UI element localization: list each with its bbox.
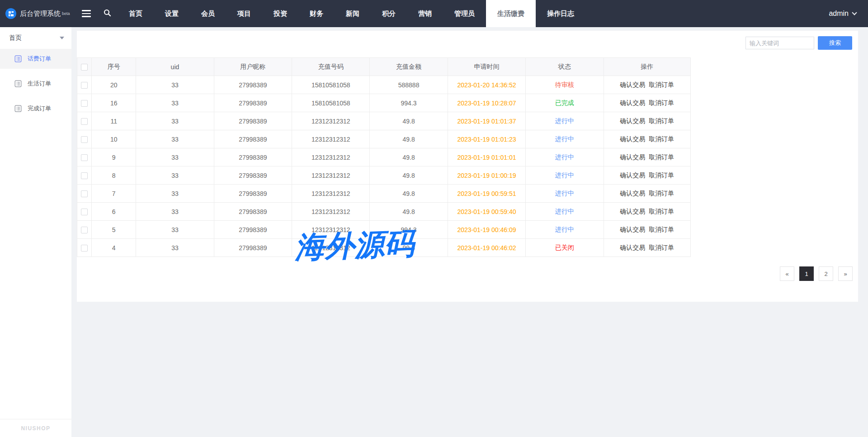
nav-item-1[interactable]: 首页 <box>118 0 154 27</box>
column-header: 状态 <box>526 58 604 76</box>
cell-nickname: 27998389 <box>214 203 292 221</box>
table-row: 1133279983891231231231249.82023-01-19 01… <box>77 112 691 130</box>
cancel-order-link[interactable]: 取消订单 <box>649 117 674 124</box>
brand-beta-tag: beta <box>62 11 70 16</box>
page-prev-button[interactable]: « <box>780 266 794 281</box>
page-button-1[interactable]: 1 <box>799 266 814 281</box>
table-row: 433279983891231231231299.52023-01-19 00:… <box>77 239 691 257</box>
cell-nickname: 27998389 <box>214 221 292 239</box>
cancel-order-link[interactable]: 取消订单 <box>649 135 674 142</box>
list-icon <box>14 55 22 62</box>
table-row: 933279983891231231231249.82023-01-19 01:… <box>77 148 691 166</box>
sidebar-item-label: 话费订单 <box>28 55 51 63</box>
cell-number: 12312312312 <box>292 112 370 130</box>
nav-item-6[interactable]: 财务 <box>298 0 335 27</box>
cell-actions: 确认交易取消订单 <box>604 185 690 203</box>
nav-item-11[interactable]: 生活缴费 <box>486 0 536 27</box>
table-row: 16332799838915810581058994.32023-01-19 1… <box>77 94 691 112</box>
orders-table: 序号uid用户昵称充值号码充值金额申请时间状态操作 20332799838915… <box>77 57 691 257</box>
nav-item-2[interactable]: 设置 <box>154 0 190 27</box>
confirm-trade-link[interactable]: 确认交易 <box>620 208 645 215</box>
row-checkbox-cell <box>77 76 92 94</box>
row-checkbox[interactable] <box>81 100 88 107</box>
row-checkbox[interactable] <box>81 154 88 161</box>
cell-nickname: 27998389 <box>214 94 292 112</box>
confirm-trade-link[interactable]: 确认交易 <box>620 81 645 88</box>
nav-item-9[interactable]: 营销 <box>407 0 443 27</box>
nav-item-12[interactable]: 操作日志 <box>536 0 585 27</box>
row-checkbox[interactable] <box>81 118 88 125</box>
row-checkbox[interactable] <box>81 227 88 233</box>
nav-item-7[interactable]: 新闻 <box>335 0 371 27</box>
page-button-2[interactable]: 2 <box>819 266 833 281</box>
orders-panel: 搜索 序号uid用户昵称充值号码充值金额申请时间状态操作 20332799838… <box>77 31 858 302</box>
navbar-menu: 首页设置会员项目投资财务新闻积分营销管理员生活缴费操作日志 <box>118 0 585 27</box>
confirm-trade-link[interactable]: 确认交易 <box>620 171 645 179</box>
page-next-button[interactable]: » <box>838 266 853 281</box>
cancel-order-link[interactable]: 取消订单 <box>649 208 674 215</box>
confirm-trade-link[interactable]: 确认交易 <box>620 135 645 142</box>
table-row: 203327998389158105810585888882023-01-20 … <box>77 76 691 94</box>
confirm-trade-link[interactable]: 确认交易 <box>620 99 645 106</box>
cancel-order-link[interactable]: 取消订单 <box>649 81 674 88</box>
nav-item-10[interactable]: 管理员 <box>443 0 486 27</box>
cancel-order-link[interactable]: 取消订单 <box>649 171 674 179</box>
row-checkbox[interactable] <box>81 82 88 89</box>
row-checkbox[interactable] <box>81 209 88 215</box>
sidebar-group-label: 首页 <box>9 34 22 42</box>
sidebar-item-1[interactable]: 话费订单 <box>0 49 71 69</box>
confirm-trade-link[interactable]: 确认交易 <box>620 190 645 197</box>
select-all-checkbox[interactable] <box>81 64 88 71</box>
cell-seq: 4 <box>92 239 136 257</box>
cell-apply-time: 2023-01-19 00:59:51 <box>448 185 525 203</box>
cell-number: 12312312312 <box>292 203 370 221</box>
sidebar-item-label: 完成订单 <box>28 104 51 113</box>
cell-apply-time: 2023-01-19 01:00:19 <box>448 166 525 185</box>
table-row: 633279983891231231231249.82023-01-19 00:… <box>77 203 691 221</box>
row-checkbox[interactable] <box>81 245 88 252</box>
cell-number: 12312312312 <box>292 166 370 185</box>
cell-seq: 5 <box>92 221 136 239</box>
cell-amount: 49.8 <box>370 203 448 221</box>
cancel-order-link[interactable]: 取消订单 <box>649 99 674 106</box>
confirm-trade-link[interactable]: 确认交易 <box>620 226 645 233</box>
cell-status: 进行中 <box>526 130 604 148</box>
nav-item-3[interactable]: 会员 <box>190 0 226 27</box>
cell-amount: 588888 <box>370 76 448 94</box>
cell-seq: 6 <box>92 203 136 221</box>
cancel-order-link[interactable]: 取消订单 <box>649 226 674 233</box>
sidebar: 首页 话费订单生活订单完成订单 NIUSHOP <box>0 27 71 437</box>
search-icon <box>104 9 111 19</box>
menu-toggle-button[interactable] <box>76 0 97 27</box>
confirm-trade-link[interactable]: 确认交易 <box>620 117 645 124</box>
cell-apply-time: 2023-01-19 00:59:40 <box>448 203 525 221</box>
table-row: 5332799838912312312312994.32023-01-19 00… <box>77 221 691 239</box>
cell-status: 进行中 <box>526 166 604 185</box>
sidebar-group-home[interactable]: 首页 <box>0 27 71 49</box>
row-checkbox-cell <box>77 221 92 239</box>
cancel-order-link[interactable]: 取消订单 <box>649 153 674 161</box>
row-checkbox[interactable] <box>81 136 88 143</box>
sidebar-item-3[interactable]: 完成订单 <box>0 99 71 119</box>
row-checkbox-cell <box>77 239 92 257</box>
user-menu[interactable]: admin <box>829 0 856 27</box>
cell-apply-time: 2023-01-20 14:36:52 <box>448 76 525 94</box>
confirm-trade-link[interactable]: 确认交易 <box>620 153 645 161</box>
nav-item-5[interactable]: 投资 <box>262 0 298 27</box>
nav-item-4[interactable]: 项目 <box>226 0 262 27</box>
navbar-search-button[interactable] <box>97 0 118 27</box>
cell-status: 待审核 <box>526 76 604 94</box>
row-checkbox-cell <box>77 94 92 112</box>
keyword-input[interactable] <box>745 37 814 49</box>
row-checkbox-cell <box>77 148 92 166</box>
row-checkbox[interactable] <box>81 172 88 179</box>
cancel-order-link[interactable]: 取消订单 <box>649 244 674 251</box>
search-submit-button[interactable]: 搜索 <box>818 36 852 50</box>
cancel-order-link[interactable]: 取消订单 <box>649 190 674 197</box>
cell-seq: 7 <box>92 185 136 203</box>
nav-item-8[interactable]: 积分 <box>371 0 407 27</box>
cell-apply-time: 2023-01-19 10:28:07 <box>448 94 525 112</box>
confirm-trade-link[interactable]: 确认交易 <box>620 244 645 251</box>
row-checkbox[interactable] <box>81 190 88 197</box>
sidebar-item-2[interactable]: 生活订单 <box>0 74 71 94</box>
